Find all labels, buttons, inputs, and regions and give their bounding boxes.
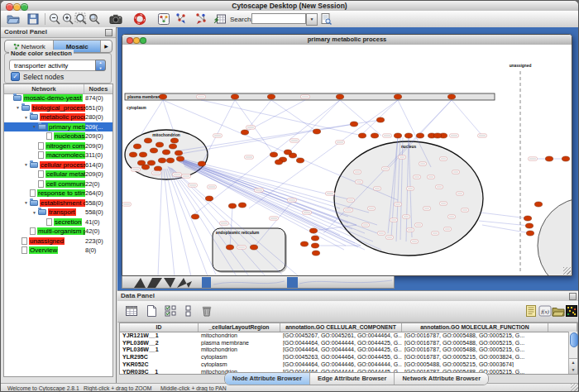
tree-row[interactable]: nucleobase-209(0) [4,131,112,141]
snapshot-button[interactable] [109,12,123,26]
network-node[interactable] [545,156,553,161]
data-panel-float-icon[interactable] [569,293,577,300]
table-row[interactable]: YPL036W__2plasma membrane[GO:0044464, GO… [120,339,568,347]
network-zoom-button[interactable] [140,37,146,44]
color-attribute-dropdown[interactable]: transporter activity ▲▼ [9,60,106,71]
tree-row[interactable]: Overview8(0) [4,246,112,256]
search-dropdown-button[interactable]: ▼ [306,13,318,26]
unselect-attributes-icon[interactable] [183,304,197,318]
open-session-button[interactable] [7,12,21,26]
network-node[interactable] [241,130,248,135]
expand-arrow-icon[interactable]: ▼ [31,124,38,129]
table-column-header[interactable]: ID [120,323,199,332]
expand-arrow-icon[interactable]: ▼ [22,200,30,205]
network-node[interactable] [141,165,149,170]
new-attribute-icon[interactable] [145,304,159,318]
advanced-search-button[interactable] [319,12,333,26]
network-node[interactable] [312,251,319,256]
network-node[interactable] [231,94,238,99]
network-edge[interactable] [180,124,354,154]
tree-row[interactable]: ▼transport558(0) [4,208,112,218]
tree-row[interactable]: ▼cellular process614(0) [4,160,112,170]
tree-row[interactable]: nitrogen compo209(0) [4,141,112,151]
window-resize-grip[interactable] [571,384,579,392]
expand-arrow-icon[interactable]: ▼ [22,115,30,120]
network-edge[interactable] [201,100,362,136]
vizmapper-button[interactable] [157,12,171,26]
import-table-button[interactable] [213,12,227,26]
network-node[interactable] [267,94,275,99]
network-close-button[interactable] [127,37,133,44]
network-node[interactable] [447,94,455,99]
notes-icon[interactable] [524,304,538,318]
select-nodes-checkbox[interactable]: ✓ [11,72,20,81]
attribute-table-icon[interactable] [125,304,139,318]
network-node[interactable] [309,228,317,233]
network-node[interactable] [371,133,378,138]
network-node[interactable] [311,236,318,241]
network-edge[interactable] [481,213,528,218]
matrix-view-icon[interactable] [565,304,579,318]
network-node[interactable] [198,161,205,166]
network-node[interactable] [228,203,236,208]
network-edge[interactable] [202,100,235,164]
table-row[interactable]: YJR121W__1mitochondrion[GO:0045267, GO:0… [120,332,568,339]
network-node[interactable] [170,138,178,143]
table-scrollbar[interactable]: ▲▼ [568,332,577,374]
zoom-out-button[interactable] [48,12,62,26]
network-window-resize-grip[interactable] [563,267,571,275]
table-row[interactable]: YLR295Ccytoplasm[GO:0045263, GO:0044464,… [120,353,568,361]
network-node[interactable] [300,241,308,246]
network-node[interactable] [296,158,304,163]
expand-arrow-icon[interactable]: ▼ [31,210,38,215]
network-node[interactable] [158,158,165,163]
network-minimize-button[interactable] [133,37,140,44]
network-node[interactable] [154,166,161,171]
tab-node-attribute-browser[interactable]: Node Attribute Browser [225,373,310,385]
network-edge[interactable] [158,169,162,275]
import-network-button[interactable] [175,12,189,26]
network-node[interactable] [562,156,569,161]
network-node[interactable] [144,138,151,143]
network-edge[interactable] [482,225,530,233]
scrollbar-arrows[interactable]: ▲▼ [569,358,577,374]
tree-row[interactable]: unassigned223(0) [4,237,112,246]
network-node[interactable] [150,148,157,153]
network-node[interactable] [524,216,531,221]
tree-row[interactable]: cellular metabol209(0) [4,170,112,179]
network-node[interactable] [169,144,176,149]
expand-arrow-icon[interactable]: ▼ [22,162,30,167]
function-builder-icon[interactable]: f(x) [538,304,553,318]
network-node[interactable] [162,150,170,155]
table-column-header[interactable]: _cellularLayoutRegion [199,323,280,332]
export-network-button[interactable] [194,12,208,26]
table-column-header[interactable]: annotation.GO CELLULAR_COMPONENT [280,323,402,332]
network-node[interactable] [394,94,401,99]
network-edge[interactable] [479,221,529,226]
network-node[interactable] [433,133,441,138]
network-node[interactable] [534,202,542,207]
zoom-in-button[interactable] [61,12,75,26]
expand-arrow-icon[interactable]: ▼ [14,105,22,110]
network-node[interactable] [394,133,401,138]
network-node[interactable] [311,243,318,248]
tree-row[interactable]: macromolecule311(0) [4,151,112,160]
network-node[interactable] [313,129,320,134]
network-edge[interactable] [163,100,175,134]
tree-row[interactable]: ▼biological_process651(0) [4,103,112,113]
table-row[interactable]: YKR052Ccytoplasm[GO:0044464, GO:0044446,… [120,361,568,368]
network-node[interactable] [238,203,246,208]
tree-row[interactable]: multi-organism pro42(0) [4,227,112,237]
network-node[interactable] [250,245,257,250]
network-node[interactable] [270,152,277,157]
network-node[interactable] [175,151,182,155]
network-node[interactable] [133,144,141,149]
network-edge[interactable] [271,100,317,131]
network-node[interactable] [147,160,155,165]
network-node[interactable] [139,152,146,157]
search-input[interactable] [251,13,306,24]
table-row[interactable]: YPL036W__1mitochondrion[GO:0044464, GO:0… [120,347,568,354]
delete-attribute-icon[interactable] [200,304,214,318]
tree-row[interactable]: cell communicat22(0) [4,179,112,189]
tree-row[interactable]: mosaic-demo-yeast874(0) [4,93,112,103]
